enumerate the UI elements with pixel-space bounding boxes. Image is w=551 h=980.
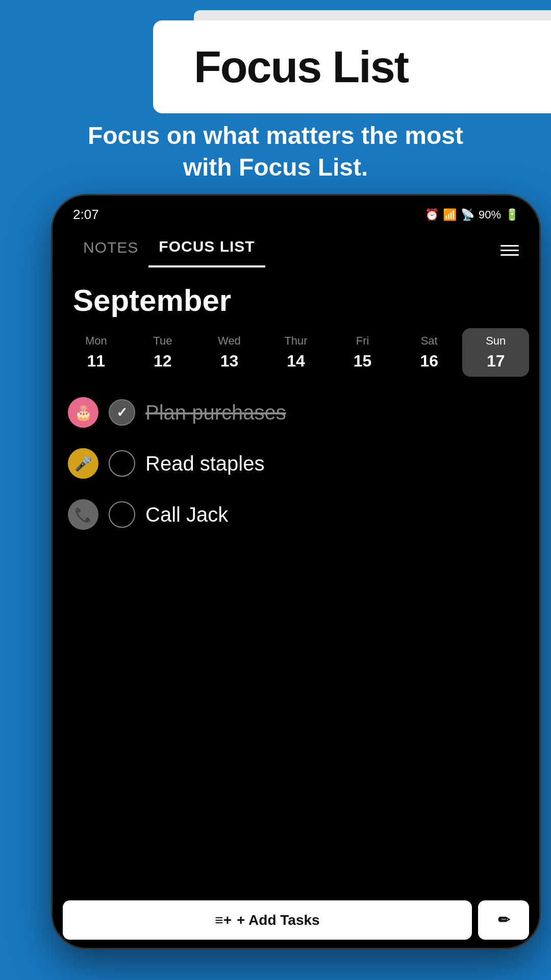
cal-day-wed-name: Wed (218, 334, 241, 348)
task-check-3[interactable] (109, 501, 135, 528)
cal-day-sun-name: Sun (486, 334, 506, 348)
task-check-1[interactable] (109, 399, 135, 426)
subtitle: Focus on what matters the most with Focu… (0, 120, 551, 184)
cal-day-tue-name: Tue (153, 334, 172, 348)
phone-screen: 2:07 ⏰ 📶 📡 90% 🔋 NOTES FOCUS LIST (53, 195, 539, 948)
cal-day-sun[interactable]: Sun 17 (462, 328, 529, 377)
task-list: 🎂 Plan purchases 🎤 Read staples 📞 Call J… (53, 377, 539, 550)
cal-day-mon-name: Mon (85, 334, 107, 348)
task-icon-birthday: 🎂 (68, 397, 98, 428)
cal-day-sun-num: 17 (487, 352, 505, 371)
cal-day-sat-name: Sat (421, 334, 438, 348)
signal-icon: 📡 (461, 208, 474, 222)
tab-focus-list[interactable]: FOCUS LIST (148, 233, 265, 267)
status-bar: 2:07 ⏰ 📶 📡 90% 🔋 (53, 195, 539, 228)
menu-line-2 (500, 250, 519, 251)
cal-day-tue-num: 12 (154, 352, 172, 371)
battery-text: 90% (479, 208, 501, 222)
task-check-2[interactable] (109, 450, 135, 477)
title-card: Focus List (153, 20, 551, 113)
task-icon-phone: 📞 (68, 499, 98, 530)
task-label-1: Plan purchases (145, 401, 524, 424)
task-item-plan-purchases[interactable]: 🎂 Plan purchases (63, 387, 529, 438)
cal-day-thu-num: 14 (287, 352, 305, 371)
menu-line-3 (500, 254, 519, 256)
cal-day-thu-name: Thur (284, 334, 307, 348)
task-item-call-jack[interactable]: 📞 Call Jack (63, 489, 529, 540)
calendar-week: Mon 11 Tue 12 Wed 13 Thur 14 Fri 15 Sat … (53, 328, 539, 377)
bottom-bar: ≡+ + Add Tasks ✏ (53, 892, 539, 948)
edit-button[interactable]: ✏ (478, 900, 529, 940)
nav-tabs: NOTES FOCUS LIST (53, 228, 539, 267)
edit-icon: ✏ (498, 912, 510, 928)
app-title: Focus List (194, 41, 408, 92)
phone-mockup: 2:07 ⏰ 📶 📡 90% 🔋 NOTES FOCUS LIST (51, 194, 541, 949)
task-icon-mic: 🎤 (68, 448, 98, 479)
add-tasks-button[interactable]: ≡+ + Add Tasks (63, 900, 472, 940)
alarm-icon: ⏰ (425, 208, 439, 222)
status-time: 2:07 (73, 207, 99, 223)
battery-icon: 🔋 (505, 208, 519, 222)
cal-day-wed[interactable]: Wed 13 (196, 328, 263, 377)
tab-notes[interactable]: NOTES (73, 234, 148, 266)
cal-day-fri-num: 15 (354, 352, 372, 371)
cal-day-fri-name: Fri (356, 334, 369, 348)
cal-day-mon-num: 11 (87, 352, 105, 371)
task-label-2: Read staples (145, 452, 524, 475)
wifi-icon: 📶 (443, 208, 457, 222)
subtitle-line2: with Focus List. (183, 154, 368, 181)
cal-day-mon[interactable]: Mon 11 (63, 328, 130, 377)
cal-day-thu[interactable]: Thur 14 (263, 328, 330, 377)
cal-day-wed-num: 13 (220, 352, 239, 371)
add-tasks-label: + Add Tasks (237, 912, 320, 928)
status-icons: ⏰ 📶 📡 90% 🔋 (425, 208, 519, 222)
cal-day-tue[interactable]: Tue 12 (130, 328, 196, 377)
cal-day-sat-num: 16 (420, 352, 438, 371)
task-item-read-staples[interactable]: 🎤 Read staples (63, 438, 529, 489)
task-label-3: Call Jack (145, 503, 524, 526)
menu-line-1 (500, 245, 519, 247)
menu-button[interactable] (500, 245, 519, 256)
cal-day-sat[interactable]: Sat 16 (396, 328, 463, 377)
subtitle-line1: Focus on what matters the most (88, 122, 463, 149)
month-title: September (53, 267, 539, 328)
cal-day-fri[interactable]: Fri 15 (329, 328, 396, 377)
add-tasks-icon: ≡+ (215, 912, 232, 928)
